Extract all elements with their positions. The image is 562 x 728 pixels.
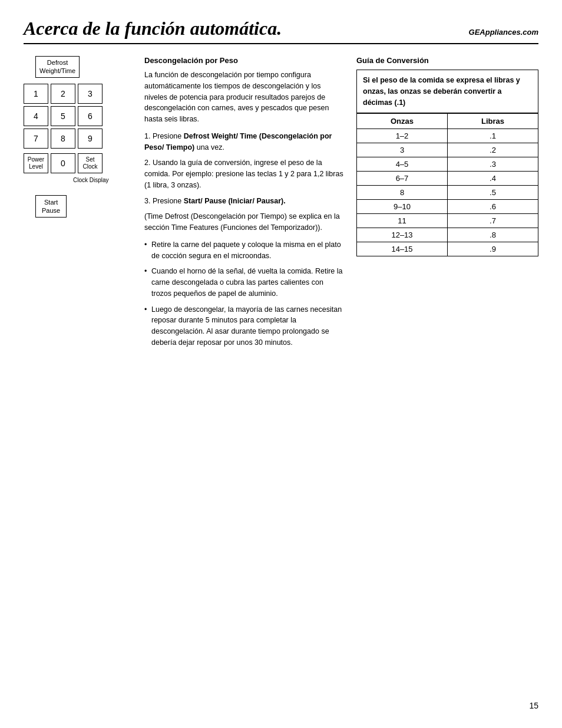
numpad-9[interactable]: 9 bbox=[78, 129, 103, 149]
guide-title: Guía de Conversión bbox=[356, 56, 538, 65]
step-1-bold: Defrost Weight/ Time (Descongelación por… bbox=[144, 132, 332, 151]
power-label-line2: Level bbox=[28, 163, 44, 170]
main-content: Defrost Weight/Time 1 2 3 4 5 6 7 8 9 bbox=[24, 56, 538, 353]
bullet-2: Cuando el horno dé la señal, dé vuelta l… bbox=[144, 266, 345, 299]
numpad: 1 2 3 4 5 6 7 8 9 bbox=[24, 84, 103, 149]
numpad-0[interactable]: 0 bbox=[51, 153, 75, 173]
numpad-1[interactable]: 1 bbox=[24, 84, 48, 104]
power-level-button[interactable]: Power Level bbox=[24, 153, 48, 173]
table-cell: .5 bbox=[448, 186, 538, 200]
table-row: 6–7.4 bbox=[357, 172, 538, 186]
table-cell: .6 bbox=[448, 200, 538, 214]
table-cell: 14–15 bbox=[357, 242, 448, 256]
col-header-libras: Libras bbox=[448, 114, 538, 129]
page-container: Acerca de la función automática. GEAppli… bbox=[0, 0, 562, 728]
bullet-1: Retire la carne del paquete y coloque la… bbox=[144, 239, 345, 262]
bullet-3: Luego de descongelar, la mayoría de las … bbox=[144, 304, 345, 348]
page-number: 15 bbox=[529, 701, 538, 710]
step-1-number: 1. bbox=[144, 132, 153, 140]
page-website: GEAppliances.com bbox=[469, 28, 538, 37]
defrost-label-line2: Weight/Time bbox=[39, 67, 75, 75]
table-header-row: Onzas Libras bbox=[357, 114, 538, 129]
step-3: 3. Presione Start/ Pause (Iniciar/ Pausa… bbox=[144, 196, 345, 207]
table-cell: 9–10 bbox=[357, 200, 448, 214]
numpad-4[interactable]: 4 bbox=[24, 106, 48, 126]
numpad-3[interactable]: 3 bbox=[78, 84, 103, 104]
table-cell: .1 bbox=[448, 129, 538, 143]
numpad-6[interactable]: 6 bbox=[78, 106, 103, 126]
conversion-note: Si el peso de la comida se expresa el li… bbox=[356, 70, 538, 113]
table-cell: 4–5 bbox=[357, 157, 448, 172]
table-cell: 1–2 bbox=[357, 129, 448, 143]
step-3-number: 3. bbox=[144, 197, 153, 205]
table-row: 12–13.8 bbox=[357, 228, 538, 242]
table-cell: 6–7 bbox=[357, 172, 448, 186]
numpad-5[interactable]: 5 bbox=[51, 106, 75, 126]
step-1: 1. Presione Defrost Weight/ Time (Descon… bbox=[144, 131, 345, 153]
page-title: Acerca de la función automática. bbox=[24, 18, 282, 39]
table-row: 1–2.1 bbox=[357, 129, 538, 143]
table-cell: .3 bbox=[448, 157, 538, 172]
left-column: Defrost Weight/Time 1 2 3 4 5 6 7 8 9 bbox=[24, 56, 133, 353]
start-label: Start bbox=[42, 198, 60, 206]
numpad-2[interactable]: 2 bbox=[51, 84, 75, 104]
table-cell: 11 bbox=[357, 214, 448, 228]
defrost-button[interactable]: Defrost Weight/Time bbox=[35, 56, 80, 78]
table-row: 9–10.6 bbox=[357, 200, 538, 214]
bottom-row: Power Level 0 Set Clock bbox=[24, 153, 103, 173]
step-2-number: 2. bbox=[144, 159, 153, 167]
table-cell: 3 bbox=[357, 143, 448, 157]
middle-column: Descongelación por Peso La función de de… bbox=[144, 56, 345, 353]
conversion-table: Onzas Libras 1–2.13.24–5.36–7.48.59–10.6… bbox=[356, 113, 538, 256]
step-3-bold: Start/ Pause (Iniciar/ Pausar). bbox=[184, 197, 286, 205]
right-column: Guía de Conversión Si el peso de la comi… bbox=[356, 56, 538, 353]
table-cell: .8 bbox=[448, 228, 538, 242]
table-row: 3.2 bbox=[357, 143, 538, 157]
set-label: Set bbox=[82, 156, 97, 163]
table-row: 14–15.9 bbox=[357, 242, 538, 256]
defrost-intro: La función de descongelación por tiempo … bbox=[144, 70, 345, 125]
set-clock-button[interactable]: Set Clock bbox=[78, 153, 103, 173]
table-row: 8.5 bbox=[357, 186, 538, 200]
table-cell: .2 bbox=[448, 143, 538, 157]
table-cell: .9 bbox=[448, 242, 538, 256]
power-label-line1: Power bbox=[28, 156, 44, 163]
numpad-7[interactable]: 7 bbox=[24, 129, 48, 149]
page-header: Acerca de la función automática. GEAppli… bbox=[24, 18, 538, 44]
start-pause-button[interactable]: Start Pause bbox=[35, 195, 67, 218]
table-row: 11.7 bbox=[357, 214, 538, 228]
time-defrost-note: (Time Defrost (Descongelación por Tiempo… bbox=[144, 211, 345, 233]
clock-display-label: Clock Display bbox=[73, 177, 109, 183]
clock-label: Clock bbox=[82, 163, 97, 170]
keypad-area: Defrost Weight/Time 1 2 3 4 5 6 7 8 9 bbox=[24, 56, 133, 218]
table-row: 4–5.3 bbox=[357, 157, 538, 172]
numpad-8[interactable]: 8 bbox=[51, 129, 75, 149]
pause-label: Pause bbox=[42, 206, 60, 215]
col-header-onzas: Onzas bbox=[357, 114, 448, 129]
table-cell: 12–13 bbox=[357, 228, 448, 242]
step-2: 2. Usando la guía de conversión, ingrese… bbox=[144, 157, 345, 190]
defrost-label-line1: Defrost bbox=[39, 58, 75, 67]
table-cell: .4 bbox=[448, 172, 538, 186]
table-cell: 8 bbox=[357, 186, 448, 200]
table-cell: .7 bbox=[448, 214, 538, 228]
defrost-section-title: Descongelación por Peso bbox=[144, 56, 345, 65]
